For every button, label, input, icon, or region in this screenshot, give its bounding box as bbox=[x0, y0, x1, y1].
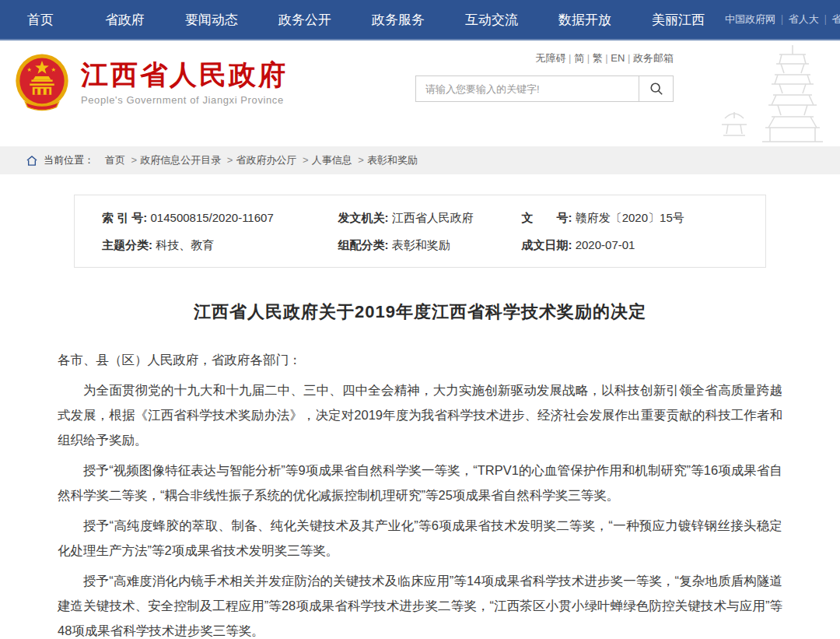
article-paragraph: 授予“高纯度蜂胶的萃取、制备、纯化关键技术及其产业化”等6项成果省技术发明奖二等… bbox=[58, 513, 782, 563]
doc-field-label: 发文机关: bbox=[338, 211, 388, 224]
home-icon[interactable] bbox=[26, 156, 37, 166]
nav-item-news[interactable]: 要闻动态 bbox=[165, 11, 258, 29]
nav-item-gov-affairs-open[interactable]: 政务公开 bbox=[258, 11, 352, 29]
link-simplified-chinese[interactable]: 简 bbox=[574, 52, 593, 64]
breadcrumb: 当前位置： 首页 政府信息公开目录 省政府办公厅 人事信息 表彰和奖励 bbox=[0, 146, 840, 174]
nav-item-open-data[interactable]: 数据开放 bbox=[538, 11, 632, 29]
nav-item-beautiful-jiangxi[interactable]: 美丽江西 bbox=[632, 11, 725, 29]
breadcrumb-label: 当前位置： bbox=[44, 153, 94, 167]
site-header: 江西省人民政府 People's Government of Jiangxi P… bbox=[0, 40, 840, 146]
link-provincial-cppcc[interactable]: 省政协 bbox=[831, 12, 840, 26]
doc-field-value: 2020-07-01 bbox=[576, 238, 635, 251]
doc-field-subject-category: 主题分类: 科技、教育 bbox=[102, 238, 338, 253]
doc-field-issuing-agency: 发文机关: 江西省人民政府 bbox=[338, 211, 521, 226]
breadcrumb-item-gov-office[interactable]: 省政府办公厅 bbox=[236, 153, 311, 167]
site-subtitle: People's Government of Jiangxi Province bbox=[81, 94, 288, 106]
link-china-gov[interactable]: 中国政府网 bbox=[725, 12, 789, 26]
doc-field-value: 科技、教育 bbox=[156, 238, 214, 251]
link-traditional-chinese[interactable]: 繁 bbox=[593, 52, 611, 64]
doc-field-document-number: 文 号: 赣府发〔2020〕15号 bbox=[522, 211, 758, 226]
search-input[interactable] bbox=[416, 76, 639, 101]
national-emblem-icon bbox=[14, 53, 70, 112]
article-title: 江西省人民政府关于2019年度江西省科学技术奖励的决定 bbox=[0, 300, 840, 324]
link-accessibility[interactable]: 无障碍 bbox=[536, 52, 575, 64]
doc-field-value: 江西省人民政府 bbox=[392, 211, 474, 224]
site-logo[interactable]: 江西省人民政府 People's Government of Jiangxi P… bbox=[14, 53, 288, 112]
doc-field-label: 成文日期: bbox=[522, 238, 572, 251]
doc-field-label: 主题分类: bbox=[102, 238, 152, 251]
link-provincial-congress[interactable]: 省人大 bbox=[789, 12, 832, 26]
nav-item-home[interactable]: 首页 bbox=[0, 11, 85, 29]
breadcrumb-item-info-directory[interactable]: 政府信息公开目录 bbox=[140, 153, 236, 167]
article-paragraph: 授予“高难度消化内镜手术相关并发症防治的关键技术及临床应用”等14项成果省科学技… bbox=[58, 568, 782, 639]
link-english[interactable]: EN bbox=[611, 52, 633, 64]
article-paragraph: 授予“视频图像特征表达与智能分析”等9项成果省自然科学奖一等奖，“TRPV1的心… bbox=[58, 458, 782, 507]
breadcrumb-item-home[interactable]: 首页 bbox=[105, 153, 140, 167]
top-navigation-bar: 首页 省政府 要闻动态 政务公开 政务服务 互动交流 数据开放 美丽江西 中国政… bbox=[0, 0, 840, 40]
doc-field-group-category: 组配分类: 表彰和奖励 bbox=[338, 238, 521, 253]
doc-field-value: 014500815/2020-11607 bbox=[151, 211, 274, 224]
utility-links: 无障碍 简 繁 EN 政务邮箱 bbox=[415, 51, 674, 65]
breadcrumb-item-personnel-info[interactable]: 人事信息 bbox=[312, 153, 367, 167]
site-title: 江西省人民政府 bbox=[81, 59, 288, 90]
doc-field-index-number: 索 引 号: 014500815/2020-11607 bbox=[102, 211, 338, 226]
doc-field-label: 索 引 号: bbox=[102, 211, 147, 224]
article-paragraph: 为全面贯彻党的十九大和十九届二中、三中、四中全会精神，大力实施创新驱动发展战略，… bbox=[58, 377, 782, 452]
breadcrumb-item-awards[interactable]: 表彰和奖励 bbox=[367, 153, 418, 167]
top-nav-items: 首页 省政府 要闻动态 政务公开 政务服务 互动交流 数据开放 美丽江西 bbox=[0, 11, 725, 29]
nav-item-interaction[interactable]: 互动交流 bbox=[445, 11, 538, 29]
top-nav-external-links: 中国政府网 省人大 省政协 bbox=[725, 12, 840, 26]
doc-field-date: 成文日期: 2020-07-01 bbox=[522, 238, 758, 253]
doc-field-value: 赣府发〔2020〕15号 bbox=[576, 211, 684, 224]
article-salutation: 各市、县（区）人民政府，省政府各部门： bbox=[58, 347, 782, 372]
search-icon bbox=[649, 82, 663, 96]
document-info-table: 索 引 号: 014500815/2020-11607 发文机关: 江西省人民政… bbox=[74, 195, 766, 268]
article-body: 各市、县（区）人民政府，省政府各部门： 为全面贯彻党的十九大和十九届二中、三中、… bbox=[58, 347, 782, 639]
header-right-tools: 无障碍 简 繁 EN 政务邮箱 bbox=[415, 51, 674, 102]
link-gov-mailbox[interactable]: 政务邮箱 bbox=[633, 52, 674, 64]
nav-item-gov-services[interactable]: 政务服务 bbox=[352, 11, 445, 29]
site-title-block: 江西省人民政府 People's Government of Jiangxi P… bbox=[81, 59, 288, 106]
search-button[interactable] bbox=[639, 76, 673, 101]
doc-field-value: 表彰和奖励 bbox=[392, 238, 450, 251]
doc-field-label: 组配分类: bbox=[338, 238, 388, 251]
pagoda-watermark-icon bbox=[680, 44, 835, 146]
nav-item-provincial-gov[interactable]: 省政府 bbox=[85, 11, 165, 29]
search-bar bbox=[415, 75, 674, 102]
doc-field-label: 文 号: bbox=[522, 211, 572, 224]
